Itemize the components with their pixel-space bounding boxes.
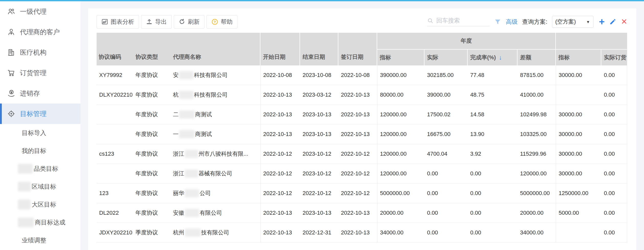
table-row[interactable]: XY79992 年度协议 安 科技有限公司 2022-10-08 2023-10… (97, 65, 627, 85)
sidebar-subitem-1[interactable]: 目标导入 (0, 124, 80, 142)
sidebar-item-2[interactable]: 代理商的客户 (0, 22, 80, 42)
add-scheme-button[interactable]: + (599, 17, 605, 27)
sidebar-item-4[interactable]: 订货管理 (0, 63, 80, 83)
export-icon (146, 18, 153, 25)
edit-scheme-button[interactable] (609, 18, 616, 25)
sidebar-item-3[interactable]: 医疗机构 (0, 42, 80, 63)
sidebar-subitem-3[interactable]: 品类目标 (0, 160, 80, 178)
cell-year-target: 5000000.00 (377, 184, 424, 203)
sidebar-item-5[interactable]: 进销存 (0, 83, 80, 104)
top-accent-bar (0, 0, 644, 1)
sidebar-item-6[interactable]: 目标管理 (0, 104, 80, 124)
cell-next-target (556, 223, 601, 242)
col-start-date[interactable]: 开始日期 (260, 33, 300, 65)
sidebar-subitem-7[interactable]: 业绩调整 (0, 231, 80, 249)
chart-icon (101, 18, 108, 25)
col-agreement-code[interactable]: 协议编码 (97, 53, 133, 65)
cell-agreement-code: XY79992 (97, 65, 132, 85)
cell-actual-order: 0.00 (601, 203, 627, 223)
table-row[interactable]: DL2022 年度协议 安徽 有限公司 2022-10-13 2023-10-1… (97, 203, 627, 223)
col-sign-date[interactable]: 签订日期 (338, 33, 377, 65)
cell-end-date: 2023-03-12 (300, 85, 338, 105)
cell-end-date: 2023-10-08 (300, 65, 338, 85)
col-next-target[interactable]: 指标 (556, 50, 601, 65)
target-icon (7, 110, 15, 118)
cell-sign-date: 2022-10-12 (338, 184, 377, 203)
search-box[interactable] (427, 17, 490, 26)
cell-agreement-code (97, 124, 132, 144)
scheme-select[interactable]: (空方案) ▼ (552, 16, 593, 28)
cell-start-date: 2022-10-13 (260, 105, 300, 124)
col-year-actual[interactable]: 实际 (424, 50, 467, 65)
delete-scheme-button[interactable]: ✕ (621, 18, 627, 26)
cell-agreement-code (97, 164, 132, 183)
filter-funnel-icon[interactable] (494, 18, 501, 25)
cell-end-date: 2023-10-12 (300, 164, 338, 183)
cell-start-date: 2022-10-13 (260, 85, 300, 105)
sidebar-item-1[interactable]: 一级代理 (0, 1, 80, 22)
col-completion-rate[interactable]: 完成率(%) ↓ (468, 50, 517, 65)
cell-actual-order: 0.00 (601, 184, 627, 203)
table-row[interactable]: 123 年度协议 丽华 公司 2022-10-12 2022-10-12 202… (97, 184, 627, 203)
table-row[interactable]: 年度协议 二 商测试 2022-10-13 2023-10-13 2022-10… (97, 105, 627, 124)
cell-next-target: 30000.00 (556, 144, 601, 164)
cell-actual-order: 0.00 (601, 65, 627, 85)
sidebar-subitem-5[interactable]: 大区目标 (0, 196, 80, 213)
chevron-down-icon: ▼ (586, 20, 590, 24)
cell-year-target: 120000.00 (377, 105, 424, 124)
cell-end-date: 2022-10-12 (300, 184, 338, 203)
cell-end-date: 2022-12-31 (300, 223, 338, 242)
cell-year-actual: 16675.00 (424, 124, 467, 144)
table-row[interactable]: DLXY20221013 年度协议 杭 科技有限公司 2022-10-13 20… (97, 85, 627, 105)
table-row[interactable]: 年度协议 浙江 器械有限公司 2022-10-12 2023-10-12 202… (97, 164, 627, 184)
col-year-target[interactable]: 指标 (377, 50, 424, 65)
col-agreement-type[interactable]: 协议类型 (133, 53, 171, 65)
cell-completion-rate: 13.90 (468, 124, 517, 144)
toolbar-button-2[interactable]: 导出 (141, 15, 172, 29)
cell-agreement-code: DL2022 (97, 203, 132, 223)
sidebar-subitem-4[interactable]: 区域目标 (0, 178, 80, 196)
col-agent-name[interactable]: 代理商名称 (171, 53, 260, 65)
sidebar-subitem-6[interactable]: 商目标达成 (0, 213, 80, 231)
sort-desc-icon[interactable]: ↓ (499, 54, 502, 61)
cell-next-target: 30000.00 (556, 164, 601, 183)
toolbar-button-1[interactable]: 图表分析 (97, 15, 139, 29)
cell-year-target: 80000.00 (377, 85, 424, 105)
cell-agent-name: 浙江 州市八骏科技有限... (170, 144, 260, 164)
user-icon (7, 28, 15, 36)
cell-start-date: 2022-10-13 (260, 223, 300, 242)
col-difference[interactable]: 差额 (518, 50, 555, 65)
col-actual-order[interactable]: 实际订货 (601, 50, 627, 65)
table-row[interactable]: cs123 年度协议 浙江 州市八骏科技有限... 2022-10-12 202… (97, 144, 627, 164)
users-icon (7, 7, 15, 16)
cell-completion-rate: 0.00 (468, 164, 517, 183)
cell-agent-name: 杭州 技有限公司 (170, 223, 260, 242)
content-panel: 图表分析 导出 刷新 ? 帮助 (88, 8, 636, 250)
search-input[interactable] (436, 17, 486, 24)
toolbar-button-4[interactable]: ? 帮助 (206, 15, 237, 29)
cell-actual-order: 0.00 (601, 124, 627, 144)
cell-agent-name: 丽华 公司 (170, 184, 260, 203)
cell-completion-rate: 77.48 (468, 65, 517, 85)
table-row[interactable]: JDXY202210... 季度协议 杭州 技有限公司 2022-10-13 2… (97, 223, 627, 243)
cell-agreement-code: 123 (97, 184, 132, 203)
money-icon (7, 89, 15, 97)
redacted-text (179, 91, 193, 99)
scheme-label: 查询方案: (522, 18, 547, 26)
advanced-link[interactable]: 高级 (506, 18, 518, 26)
redacted-text (18, 200, 31, 209)
cell-difference: 103325.00 (518, 124, 555, 144)
cell-start-date: 2022-10-12 (260, 184, 300, 203)
sidebar-subitem-2[interactable]: 我的目标 (0, 142, 80, 160)
cell-next-target: 30000.00 (556, 65, 601, 85)
cell-next-target (556, 85, 601, 105)
cell-actual-order: 0.00 (601, 164, 627, 183)
table-row[interactable]: 年度协议 一 商测试 2022-10-13 2023-10-13 2022-10… (97, 124, 627, 144)
cell-difference: 5000000.00 (518, 184, 555, 203)
cell-year-target: 120000.00 (377, 124, 424, 144)
toolbar-button-3[interactable]: 刷新 (174, 15, 204, 29)
col-end-date[interactable]: 结束日期 (300, 33, 338, 65)
refresh-icon (179, 18, 185, 25)
cell-completion-rate: 0.00 (468, 203, 517, 223)
cell-agreement-type: 年度协议 (133, 85, 170, 105)
